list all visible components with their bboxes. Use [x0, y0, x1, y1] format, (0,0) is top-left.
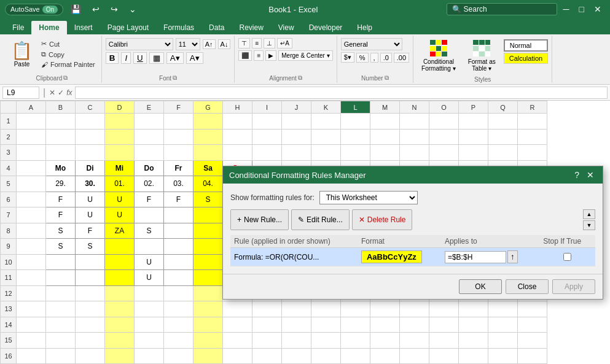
number-expand-icon[interactable]: ⧉ [385, 74, 389, 82]
col-header-n[interactable]: N [400, 101, 429, 114]
cell-b1[interactable] [46, 114, 76, 130]
cell-o1[interactable] [429, 114, 459, 130]
cf-rule-row[interactable]: Formula: =OR(OR(COU... AaBbCcYyZz ↑ [230, 248, 595, 266]
col-header-d[interactable]: D [105, 101, 135, 114]
increase-font-btn[interactable]: A↑ [203, 39, 216, 49]
close-button[interactable]: Close [506, 279, 549, 294]
top-align-btn[interactable]: ⊤ [238, 38, 250, 48]
clipboard-expand-icon[interactable]: ⧉ [63, 74, 68, 82]
paste-button[interactable]: 📋 Paste [6, 38, 37, 70]
cell-f1[interactable] [164, 114, 194, 130]
col-header-e[interactable]: E [135, 101, 164, 114]
delete-rule-btn[interactable]: ✕ Delete Rule [352, 209, 413, 230]
align-left-btn[interactable]: ⬛ [238, 50, 252, 61]
bold-btn[interactable]: B [106, 52, 119, 64]
cell-h1[interactable] [223, 114, 252, 130]
decrease-font-btn[interactable]: A↓ [218, 39, 231, 49]
cell-j1[interactable] [282, 114, 311, 130]
undo-button[interactable]: ↩ [88, 3, 103, 15]
fill-color-btn[interactable]: A▾ [166, 52, 184, 64]
insert-function-icon[interactable]: fx [66, 88, 72, 97]
confirm-formula-icon[interactable]: ✓ [58, 88, 64, 97]
normal-style-btn[interactable]: Normal [504, 39, 548, 52]
cell-e1[interactable] [135, 114, 164, 130]
col-header-c[interactable]: C [76, 101, 105, 114]
tab-file[interactable]: File [5, 21, 31, 34]
col-header-k[interactable]: K [311, 101, 341, 114]
font-expand-icon[interactable]: ⧉ [173, 74, 177, 82]
tab-home[interactable]: Home [31, 21, 66, 34]
cell-a1[interactable] [17, 114, 46, 130]
cell-m1[interactable] [370, 114, 400, 130]
show-rules-select[interactable]: This Worksheet [319, 191, 418, 204]
copy-button[interactable]: ⧉ Copy [39, 50, 98, 59]
col-header-o[interactable]: O [429, 101, 459, 114]
bottom-align-btn[interactable]: ⊥ [264, 38, 275, 48]
cell-l1[interactable] [341, 114, 370, 130]
increase-decimal-btn[interactable]: .00 [394, 53, 409, 63]
col-header-j[interactable]: J [282, 101, 311, 114]
percent-btn[interactable]: % [356, 53, 369, 63]
dialog-close-btn[interactable]: ✕ [584, 170, 596, 180]
merge-center-btn[interactable]: Merge & Center ▾ [278, 50, 332, 61]
tab-help[interactable]: Help [350, 21, 380, 34]
cell-n1[interactable] [400, 114, 429, 130]
format-painter-button[interactable]: 🖌 Format Painter [39, 60, 98, 69]
stop-if-true-checkbox[interactable] [563, 253, 571, 261]
search-bar[interactable]: 🔍 Search [447, 3, 557, 15]
font-family-select[interactable]: Calibri [106, 38, 173, 50]
border-btn[interactable]: ▦ [149, 52, 164, 64]
applies-to-input[interactable] [445, 251, 506, 263]
tab-view[interactable]: View [271, 21, 302, 34]
col-header-q[interactable]: Q [488, 101, 518, 114]
tab-data[interactable]: Data [201, 21, 232, 34]
col-header-p[interactable]: P [459, 101, 488, 114]
col-header-g[interactable]: G [194, 101, 223, 114]
currency-btn[interactable]: $▾ [341, 52, 354, 63]
edit-rule-btn[interactable]: ✎ Edit Rule... [291, 209, 350, 230]
decrease-decimal-btn[interactable]: .0 [380, 53, 392, 63]
col-header-h[interactable]: H [223, 101, 252, 114]
align-right-btn[interactable]: ▶ [265, 50, 276, 61]
ok-button[interactable]: OK [459, 279, 502, 294]
cell-p1[interactable] [459, 114, 488, 130]
middle-align-btn[interactable]: ≡ [252, 38, 262, 48]
col-header-b[interactable]: B [46, 101, 76, 114]
cell-q1[interactable] [488, 114, 518, 130]
cancel-formula-icon[interactable]: ✕ [49, 88, 55, 97]
col-header-f[interactable]: F [164, 101, 194, 114]
col-header-m[interactable]: M [370, 101, 400, 114]
cell-r1[interactable] [518, 114, 547, 130]
underline-btn[interactable]: U [133, 52, 147, 64]
tab-formulas[interactable]: Formulas [156, 21, 201, 34]
cell-k1[interactable] [311, 114, 341, 130]
formula-input[interactable] [75, 87, 608, 99]
close-button[interactable]: ✕ [590, 3, 605, 15]
font-color-btn[interactable]: A▾ [186, 52, 203, 64]
col-header-l[interactable]: L [341, 101, 370, 114]
save-button[interactable]: 💾 [67, 3, 85, 15]
calculation-style-btn[interactable]: Calculation [504, 53, 548, 64]
format-as-table-btn[interactable]: Format asTable ▾ [464, 38, 500, 74]
col-header-a[interactable]: A [17, 101, 46, 114]
cell-i1[interactable] [252, 114, 282, 130]
comma-btn[interactable]: , [370, 53, 378, 63]
font-size-select[interactable]: 11 [176, 38, 200, 50]
tab-insert[interactable]: Insert [67, 21, 100, 34]
more-title-btn[interactable]: ⌄ [125, 3, 140, 15]
conditional-formatting-btn[interactable]: ConditionalFormatting ▾ [417, 38, 460, 74]
redo-button[interactable]: ↪ [107, 3, 122, 15]
maximize-button[interactable]: □ [576, 3, 588, 15]
wrap-text-btn[interactable]: ↵A [277, 38, 292, 48]
number-format-select[interactable]: General [341, 38, 402, 50]
cell-reference-input[interactable] [2, 87, 39, 99]
tab-review[interactable]: Review [232, 21, 270, 34]
move-up-btn[interactable]: ▲ [583, 209, 595, 219]
new-rule-btn[interactable]: + New Rule... [230, 209, 289, 230]
minimize-button[interactable]: ─ [560, 3, 573, 15]
move-down-btn[interactable]: ▼ [583, 220, 595, 230]
cell-d1[interactable] [105, 114, 135, 130]
cell-c1[interactable] [76, 114, 105, 130]
tab-page-layout[interactable]: Page Layout [100, 21, 156, 34]
autosave-toggle[interactable]: AutoSave On [5, 4, 63, 15]
